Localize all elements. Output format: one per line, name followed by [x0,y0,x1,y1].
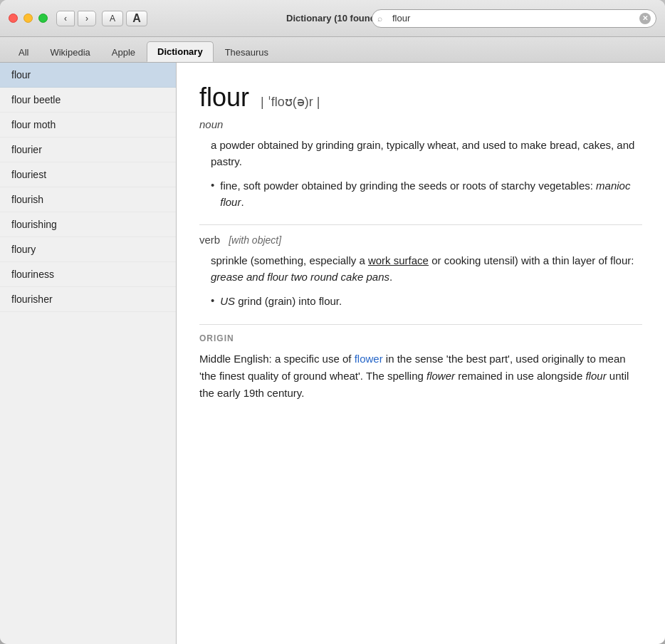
verb-note: [with object] [229,234,281,246]
work-surface-link[interactable]: work surface [368,254,429,266]
traffic-lights [9,14,48,23]
dictionary-content: flour | ˈfloʊ(ə)r | noun a powder obtain… [177,63,665,644]
tab-wikipedia[interactable]: Wikipedia [40,43,100,62]
font-increase-button[interactable]: A [126,11,147,26]
search-icon: ⌕ [377,14,382,24]
forward-icon: › [85,14,88,24]
font-decrease-button[interactable]: A [102,11,123,26]
sidebar-item-flour-moth[interactable]: flour moth [0,113,176,137]
tab-thesaurus[interactable]: Thesaurus [215,43,278,62]
sidebar-item-flouriest[interactable]: flouriest [0,162,176,187]
bullet-text-part: fine, soft powder obtained by grinding t… [220,180,596,192]
tab-apple-label: Apple [112,47,135,58]
sidebar-item-flourier[interactable]: flourier [0,137,176,162]
close-button[interactable] [9,14,18,23]
sidebar-item-flourishing[interactable]: flourishing [0,212,176,237]
sidebar-item-label: flour moth [11,119,56,130]
forward-button[interactable]: › [78,11,96,26]
app-window: ‹ › A A Dictionary (10 found) ⌕ ✕ All W [0,0,665,644]
verb-bullet-1: • US grind (grain) into flour. [199,294,642,310]
back-icon: ‹ [64,14,67,24]
pos-noun: noun [199,118,642,130]
origin-italic2: flour [585,370,606,382]
sidebar-item-label: flouriness [11,269,54,280]
sidebar-item-floury[interactable]: floury [0,237,176,262]
origin-italic1: flower [426,370,455,382]
main-content: flour flour beetle flour moth flourier f… [0,63,665,644]
font-small-label: A [110,14,115,24]
tab-dictionary-label: Dictionary [157,46,203,57]
sidebar-item-label: flourier [11,144,42,155]
tab-dictionary[interactable]: Dictionary [147,41,214,62]
sidebar-item-label: flourish [11,194,43,205]
noun-definition-main: a powder obtained by grinding grain, typ… [199,137,642,170]
verb-period: . [389,271,392,283]
tab-bar: All Wikipedia Apple Dictionary Thesaurus [0,37,665,63]
verb-definition-main: sprinkle (something, especially a work s… [199,253,642,285]
tab-all[interactable]: All [9,43,38,62]
tab-thesaurus-label: Thesaurus [225,47,268,58]
entry-pronunciation: | ˈfloʊ(ə)r | [261,94,320,110]
origin-text-end: remained in use alongside [455,370,585,382]
search-container: ⌕ ✕ [372,9,656,28]
sidebar-item-flour-beetle[interactable]: flour beetle [0,88,176,113]
verb-def-after: or cooking utensil) with a thin layer of… [429,254,634,266]
verb-bullet-def: grind (grain) into flour. [235,295,342,307]
tab-apple[interactable]: Apple [102,43,145,62]
bullet-period: . [241,196,244,208]
origin-text-before: Middle English: a specific use of [199,353,355,365]
maximize-button[interactable] [38,14,48,23]
back-button[interactable]: ‹ [56,11,75,26]
sidebar-item-label: flouriest [11,169,46,180]
sidebar-item-label: flourisher [11,294,53,305]
verb-header: verb [with object] [199,234,642,246]
tab-wikipedia-label: Wikipedia [50,47,90,58]
noun-bullet-text: fine, soft powder obtained by grinding t… [220,178,642,210]
nav-buttons: ‹ › [56,11,96,26]
verb-bullet-prefix: US [220,295,235,307]
tab-all-label: All [19,47,28,58]
sidebar: flour flour beetle flour moth flourier f… [0,63,177,644]
sidebar-item-label: flour [11,69,31,80]
entry-word: flour [199,83,249,113]
search-input[interactable] [372,9,656,28]
font-large-label: A [132,12,141,25]
sidebar-item-flourish[interactable]: flourish [0,187,176,212]
bullet-icon: • [211,179,214,210]
origin-label: ORIGIN [199,333,642,343]
sidebar-item-label: flourishing [11,219,57,230]
sidebar-item-flourisher[interactable]: flourisher [0,287,176,312]
origin-divider [199,324,642,325]
origin-text: Middle English: a specific use of flower… [199,350,642,402]
sidebar-item-label: flour beetle [11,94,61,105]
noun-bullet-1: • fine, soft powder obtained by grinding… [199,178,642,210]
window-title: Dictionary (10 found) [286,13,379,24]
sidebar-item-flour[interactable]: flour [0,63,176,88]
sidebar-item-label: floury [11,244,36,255]
title-bar: ‹ › A A Dictionary (10 found) ⌕ ✕ [0,0,665,37]
minimize-button[interactable] [23,14,33,23]
flower-link[interactable]: flower [355,353,383,365]
sidebar-item-flouriness[interactable]: flouriness [0,262,176,287]
verb-bullet-text: US grind (grain) into flour. [220,294,342,310]
search-clear-button[interactable]: ✕ [639,13,651,24]
section-divider [199,224,642,225]
bullet-icon: • [211,294,214,310]
font-size-controls: A A [102,11,147,26]
verb-def-before: sprinkle (something, especially a [211,254,368,266]
verb-example: grease and flour two round cake pans [211,271,389,283]
word-header: flour | ˈfloʊ(ə)r | [199,83,642,113]
pos-verb: verb [199,234,220,246]
